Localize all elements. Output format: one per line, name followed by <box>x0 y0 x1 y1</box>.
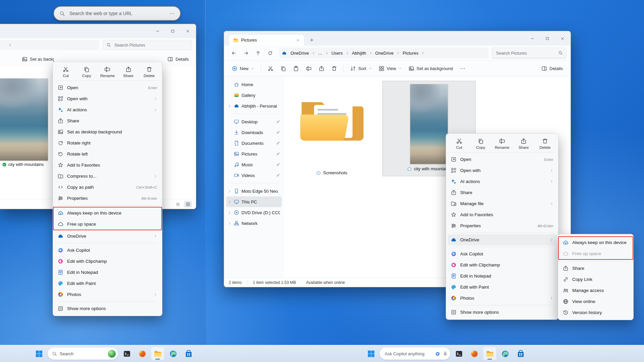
left-menu-item-properties[interactable]: PropertiesAlt+Enter <box>55 193 160 204</box>
left-menu-action-rename[interactable]: Rename <box>98 64 117 79</box>
details-pane-button[interactable]: Details <box>164 53 192 65</box>
edge-app-button[interactable] <box>498 347 512 360</box>
folder-tile-screenshots[interactable]: Screenshots <box>293 91 371 178</box>
right-menu-action-rename[interactable]: Rename <box>493 136 512 150</box>
sidebar-item-this-pc[interactable]: This PC <box>226 196 282 207</box>
close-button[interactable] <box>180 24 195 38</box>
web-search-input[interactable] <box>69 10 165 16</box>
right-menu-item-onedrive[interactable]: OneDrive <box>448 234 556 245</box>
copy-button[interactable] <box>277 63 289 74</box>
onedrive-submenu-item-share[interactable]: Share <box>560 263 632 274</box>
breadcrumb-item-onedrive[interactable]: OneDrive <box>373 50 396 56</box>
minimize-button[interactable] <box>150 24 165 38</box>
left-menu-item-edit-with-paint[interactable]: Edit with Paint <box>55 278 160 289</box>
microphone-icon[interactable] <box>443 351 448 356</box>
sort-button[interactable]: Sort <box>347 63 375 74</box>
file-tile-city-with-mountains[interactable]: city with mountains <box>0 78 50 167</box>
left-menu-item-set-as-desktop-background[interactable]: Set as desktop background <box>55 126 160 137</box>
store-app-button[interactable] <box>182 347 195 360</box>
left-menu-item-edit-with-clipchamp[interactable]: Edit with Clipchamp <box>55 256 160 267</box>
start-button[interactable] <box>32 347 46 360</box>
onedrive-submenu-item-free-up-space[interactable]: Free up space <box>560 248 632 259</box>
sidebar-item-desktop[interactable]: Desktop <box>226 116 282 127</box>
right-menu-item-open-with[interactable]: Open with <box>448 165 556 176</box>
file-explorer-app-button[interactable] <box>483 347 496 360</box>
right-menu-item-photos[interactable]: Photos <box>448 293 556 304</box>
titlebar[interactable]: Pictures <box>224 31 571 46</box>
sidebar-item-pictures[interactable]: Pictures <box>226 148 282 159</box>
terminal-app-button[interactable] <box>452 347 466 360</box>
copilot-icon[interactable] <box>435 351 440 356</box>
onedrive-submenu-item-version-history[interactable]: Version history <box>560 307 632 318</box>
onedrive-submenu-item-copy-link[interactable]: Copy Link <box>560 274 632 285</box>
right-menu-item-share[interactable]: Share <box>448 187 556 198</box>
cut-button[interactable] <box>264 63 276 74</box>
edge-app-button[interactable] <box>166 347 180 360</box>
search-box[interactable] <box>492 48 567 58</box>
paste-button[interactable] <box>290 63 302 74</box>
right-menu-item-ask-copilot[interactable]: Ask Copilot <box>448 248 556 259</box>
maximize-button[interactable] <box>540 31 555 46</box>
sidebar-item-gallery[interactable]: Gallery <box>226 90 282 101</box>
set-as-background-button[interactable]: Set as background <box>406 63 456 74</box>
left-menu-item-share[interactable]: Share <box>55 115 160 126</box>
left-menu-item-free-up-space[interactable]: Free up space <box>55 219 160 230</box>
right-menu-action-copy[interactable]: Copy <box>471 136 490 150</box>
chevron-right-icon[interactable] <box>228 222 231 225</box>
breadcrumb-item-users[interactable]: Users <box>329 50 345 56</box>
view-button[interactable]: View <box>376 63 405 74</box>
left-menu-action-share[interactable]: Share <box>119 64 138 79</box>
tab-pictures[interactable]: Pictures <box>229 34 305 46</box>
sidebar-item-documents[interactable]: Documents <box>226 138 282 148</box>
right-menu-item-add-to-favorites[interactable]: Add to Favorites <box>448 209 556 220</box>
left-menu-item-open-with[interactable]: Open with <box>55 93 160 104</box>
chevron-right-icon[interactable] <box>228 200 231 204</box>
left-menu-item-edit-in-notepad[interactable]: Edit in Notepad <box>55 267 160 278</box>
copilot-input[interactable] <box>384 351 432 357</box>
left-menu-item-show-more-options[interactable]: Show more options <box>55 303 160 314</box>
refresh-button[interactable] <box>264 48 276 58</box>
left-window-titlebar[interactable] <box>0 24 196 38</box>
more-commands-button[interactable] <box>457 63 469 74</box>
left-menu-item-always-keep-on-this-device[interactable]: Always keep on this device <box>55 207 160 219</box>
back-button[interactable] <box>228 48 239 58</box>
onedrive-submenu-item-manage-access[interactable]: Manage access <box>560 285 632 296</box>
left-search-input[interactable] <box>114 42 188 48</box>
file-explorer-app-button[interactable] <box>151 347 164 360</box>
left-menu-action-copy[interactable]: Copy <box>77 64 96 79</box>
forward-button[interactable] <box>240 48 252 58</box>
terminal-app-button[interactable] <box>120 347 133 360</box>
right-menu-item-edit-in-notepad[interactable]: Edit in Notepad <box>448 270 556 282</box>
store-app-button[interactable] <box>514 347 527 360</box>
sidebar-item-moto-edge-50-neo[interactable]: Moto Edge 50 Neo <box>226 186 282 196</box>
sidebar-item-dvd-drive-d-ccc[interactable]: DVD Drive (D:) CCC <box>226 207 282 218</box>
left-menu-item-rotate-right[interactable]: Rotate right <box>55 137 160 148</box>
chevron-right-icon[interactable] <box>228 211 231 215</box>
firefox-app-button[interactable] <box>136 347 149 360</box>
chevron-right-icon[interactable] <box>369 51 373 55</box>
left-menu-item-ask-copilot[interactable]: Ask Copilot <box>55 245 160 256</box>
large-icons-view-toggle[interactable] <box>184 201 192 207</box>
breadcrumb[interactable] <box>0 40 99 50</box>
firefox-app-button[interactable] <box>468 347 481 360</box>
details-pane-button[interactable]: Details <box>538 63 566 74</box>
chevron-right-icon[interactable] <box>312 51 315 55</box>
rename-button[interactable] <box>303 63 315 74</box>
left-menu-item-ai-actions[interactable]: AI actions <box>55 104 160 115</box>
left-menu-item-open[interactable]: OpenEnter <box>55 82 160 93</box>
right-menu-item-properties[interactable]: PropertiesAlt+Enter <box>448 220 556 231</box>
chevron-right-icon[interactable] <box>345 51 349 55</box>
left-menu-action-delete[interactable]: Delete <box>140 64 159 79</box>
right-menu-item-show-more-options[interactable]: Show more options <box>448 307 556 318</box>
breadcrumb-item-abhijith[interactable]: Abhijith <box>350 50 368 56</box>
close-button[interactable] <box>555 31 570 46</box>
left-search-box[interactable] <box>103 40 192 50</box>
chevron-right-icon[interactable] <box>8 43 12 47</box>
maximize-button[interactable] <box>165 24 180 38</box>
minimize-button[interactable] <box>525 31 540 46</box>
right-menu-item-ai-actions[interactable]: AI actions <box>448 176 556 187</box>
right-menu-action-cut[interactable]: Cut <box>450 136 469 150</box>
chevron-right-icon[interactable] <box>325 51 329 55</box>
details-view-toggle[interactable] <box>174 201 182 207</box>
left-menu-item-rotate-left[interactable]: Rotate left <box>55 148 160 160</box>
